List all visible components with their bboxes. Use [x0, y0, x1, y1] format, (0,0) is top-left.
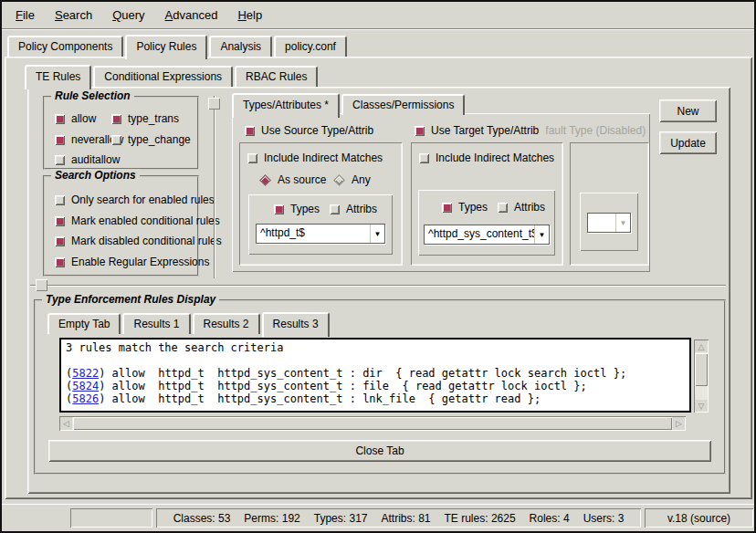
- apol-window: File Search Query Advanced Help Policy C…: [0, 0, 756, 533]
- checkbox-indicator: [55, 216, 65, 226]
- rule-line: (5826) allow httpd_t httpd_sys_content_t…: [66, 392, 685, 405]
- checkbox-target-types[interactable]: Types: [442, 201, 488, 214]
- checkbox-mark-disabled[interactable]: Mark disabled conditional rules: [55, 235, 222, 247]
- scroll-up-icon[interactable]: △: [695, 340, 708, 352]
- checkbox-mark-enabled[interactable]: Mark enabled conditional rules: [55, 214, 220, 227]
- tab-te-rules[interactable]: TE Rules: [25, 65, 91, 89]
- checkbox-indicator: [498, 203, 508, 213]
- status-version-box: v.18 (source): [645, 508, 753, 528]
- stat-attribs: Attribs: 81: [381, 512, 430, 525]
- checkbox-allow[interactable]: allow: [55, 112, 96, 125]
- radio-indicator: [333, 174, 345, 186]
- checkbox-indicator: [55, 257, 65, 267]
- results-summary: 3 rules match the search criteria: [66, 341, 685, 354]
- tab-results-1[interactable]: Results 1: [122, 313, 190, 334]
- chevron-down-icon[interactable]: ▼: [534, 225, 549, 244]
- radio-as-source[interactable]: As source: [259, 173, 326, 186]
- scrollbar-trough[interactable]: [695, 387, 708, 400]
- menu-search[interactable]: Search: [45, 5, 102, 26]
- scroll-down-icon[interactable]: ▽: [695, 400, 708, 412]
- checkbox-indicator: [55, 236, 65, 246]
- checkbox-use-source[interactable]: Use Source Type/Attrib: [245, 124, 373, 137]
- close-tab-button[interactable]: Close Tab: [48, 440, 711, 462]
- menu-separator: [2, 28, 754, 30]
- checkbox-indicator: [111, 135, 121, 145]
- vertical-scrollbar-thumb[interactable]: [695, 353, 708, 386]
- scroll-left-icon[interactable]: ◁: [60, 417, 72, 430]
- menu-file[interactable]: File: [5, 5, 45, 26]
- checkbox-source-attribs[interactable]: Attribs: [330, 203, 377, 215]
- checkbox-indicator: [55, 114, 65, 124]
- checkbox-auditallow[interactable]: auditallow: [55, 153, 120, 166]
- tab-types-attributes[interactable]: Types/Attributes *: [232, 93, 340, 118]
- horizontal-scrollbar-thumb[interactable]: [73, 417, 672, 430]
- vertical-scrollbar[interactable]: △ ▽: [694, 340, 709, 413]
- menu-help[interactable]: Help: [227, 5, 272, 26]
- checkbox-target-indirect[interactable]: Include Indirect Matches: [419, 152, 554, 164]
- checkbox-source-types[interactable]: Types: [274, 203, 320, 215]
- tab-results-3[interactable]: Results 3: [262, 312, 330, 337]
- tab-rbac-rules[interactable]: RBAC Rules: [235, 66, 318, 87]
- checkbox-source-indirect[interactable]: Include Indirect Matches: [247, 152, 383, 164]
- scroll-right-icon[interactable]: ▷: [673, 417, 685, 430]
- menu-advanced[interactable]: Advanced: [155, 5, 228, 26]
- radio-label: Any: [352, 173, 371, 186]
- policy-version: v.18 (source): [667, 512, 730, 525]
- rule-id-link[interactable]: 5822: [72, 367, 99, 380]
- checkbox-type-trans[interactable]: type_trans: [111, 112, 179, 125]
- search-options-group: Search Options Only search for enabled r…: [43, 175, 199, 277]
- tab-policy-components[interactable]: Policy Components: [7, 36, 123, 57]
- source-type-combobox[interactable]: ^httpd_t$ ▼: [256, 224, 385, 244]
- checkbox-indicator: [55, 135, 65, 145]
- tab-classes-permissions[interactable]: Classes/Permissions: [341, 94, 465, 115]
- checkbox-label: Types: [458, 201, 488, 214]
- checkbox-use-target[interactable]: Use Target Type/Attrib: [415, 124, 539, 137]
- menu-query[interactable]: Query: [102, 5, 154, 26]
- combobox-value: ^httpd_sys_content_t$: [425, 225, 534, 244]
- checkbox-label: Attribs: [514, 201, 545, 214]
- rules-tabstrip: TE Rules Conditional Expressions RBAC Ru…: [25, 65, 320, 87]
- tab-results-2[interactable]: Results 2: [193, 313, 260, 334]
- default-type-box: ▼: [580, 193, 638, 251]
- target-type-combobox[interactable]: ^httpd_sys_content_t$ ▼: [424, 225, 550, 245]
- radio-any[interactable]: Any: [333, 173, 371, 186]
- radio-label: As source: [278, 173, 326, 186]
- tab-analysis[interactable]: Analysis: [209, 36, 272, 57]
- checkbox-enable-regex[interactable]: Enable Regular Expressions: [55, 256, 209, 268]
- source-frame: Include Indirect Matches As source Any T…: [239, 142, 402, 265]
- horizontal-sash-handle[interactable]: [36, 279, 47, 291]
- checkbox-label: Only search for enabled rules: [71, 193, 215, 206]
- checkbox-label: Use Source Type/Attrib: [261, 124, 373, 137]
- combobox-value: ^httpd_t$: [257, 225, 370, 243]
- target-frame: Include Indirect Matches Types Attribs ^…: [411, 142, 562, 265]
- rule-id-link[interactable]: 5826: [72, 392, 99, 405]
- tab-policy-conf[interactable]: policy.conf: [274, 36, 347, 57]
- tab-empty[interactable]: Empty Tab: [47, 313, 121, 334]
- rule-text: ) allow httpd_t httpd_sys_content_t : ln…: [99, 392, 541, 405]
- checkbox-label: Mark enabled conditional rules: [71, 214, 220, 227]
- checkbox-only-enabled[interactable]: Only search for enabled rules: [55, 193, 215, 206]
- default-type-combobox: ▼: [587, 213, 631, 233]
- tab-conditional-expressions[interactable]: Conditional Expressions: [93, 66, 233, 87]
- checkbox-label: Include Indirect Matches: [436, 152, 554, 164]
- stat-types: Types: 317: [314, 512, 368, 525]
- checkbox-target-attribs[interactable]: Attribs: [498, 201, 545, 214]
- horizontal-scrollbar[interactable]: ◁ ▷: [59, 416, 686, 431]
- status-stats-box: Classes: 53 Perms: 192 Types: 317 Attrib…: [156, 508, 641, 528]
- rule-id-link[interactable]: 5824: [72, 380, 99, 392]
- tab-policy-rules[interactable]: Policy Rules: [125, 35, 207, 59]
- checkbox-label: allow: [71, 112, 96, 125]
- checkbox-indicator: [415, 126, 425, 136]
- new-button[interactable]: New: [659, 99, 717, 122]
- rule-selection-title: Rule Selection: [51, 89, 134, 102]
- rule-text: ) allow httpd_t httpd_sys_content_t : fi…: [99, 380, 587, 392]
- status-empty-box: [70, 508, 152, 528]
- rule-selection-group: Rule Selection allow type_trans neverall…: [43, 96, 199, 170]
- results-text[interactable]: 3 rules match the search criteria (5822)…: [59, 338, 691, 413]
- target-types-box: Types Attribs ^httpd_sys_content_t$ ▼: [418, 190, 555, 256]
- checkbox-type-change[interactable]: type_change: [111, 133, 191, 146]
- checkbox-indicator: [247, 153, 257, 163]
- update-button[interactable]: Update: [659, 131, 717, 154]
- vertical-sash-handle[interactable]: [208, 98, 220, 110]
- chevron-down-icon[interactable]: ▼: [370, 225, 384, 243]
